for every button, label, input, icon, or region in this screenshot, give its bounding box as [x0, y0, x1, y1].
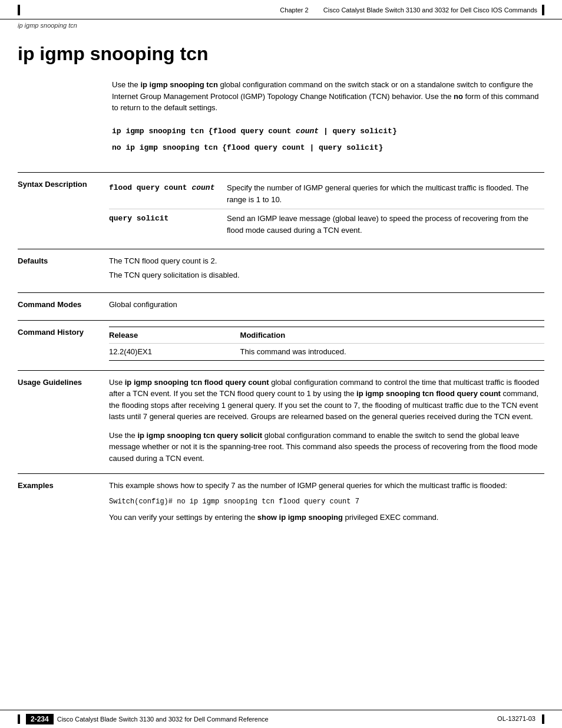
defaults-label: Defaults: [18, 255, 109, 283]
command-modes-content: Global configuration: [109, 299, 544, 311]
history-row-1: 12.2(40)EX1 This command was introduced.: [109, 344, 544, 361]
history-mod-1: This command was introduced.: [240, 344, 544, 361]
command-history-section: Command History Release Modification 12.…: [18, 320, 544, 370]
intro-text1: Use the: [112, 80, 140, 89]
syntax-row-2: query solicit Send an IGMP leave message…: [109, 209, 544, 240]
defaults-content: The TCN flood query count is 2. The TCN …: [109, 255, 544, 283]
usage-guidelines-content: Use ip igmp snooping tcn flood query cou…: [109, 377, 544, 465]
usage-guidelines-section: Usage Guidelines Use ip igmp snooping tc…: [18, 370, 544, 474]
header-right-border: [542, 5, 544, 15]
syntax-commands: ip igmp snooping tcn {flood query count …: [112, 126, 544, 155]
history-release-1: 12.2(40)EX1: [109, 344, 240, 361]
intro-paragraph: Use the ip igmp snooping tcn global conf…: [112, 79, 544, 114]
history-col-modification: Modification: [240, 327, 544, 344]
command-history-label: Command History: [18, 327, 109, 361]
header-right: Chapter 2 Cisco Catalyst Blade Switch 31…: [280, 5, 544, 15]
syntax-table: flood query count count Specify the numb…: [109, 179, 544, 239]
command-modes-section: Command Modes Global configuration: [18, 292, 544, 320]
chapter-info: Chapter 2: [280, 6, 308, 14]
syntax-description-section: Syntax Description flood query count cou…: [18, 172, 544, 249]
syntax-term-2: query solicit: [109, 209, 227, 240]
examples-content: This example shows how to specify 7 as t…: [109, 480, 544, 528]
syntax-line-2: no ip igmp snooping tcn {flood query cou…: [112, 142, 544, 154]
examples-label: Examples: [18, 480, 109, 528]
footer-right-border: [542, 714, 544, 724]
header-left-border: [18, 5, 20, 15]
usage-para-1: Use ip igmp snooping tcn flood query cou…: [109, 377, 544, 423]
examples-text2-after: privileged EXEC command.: [343, 513, 439, 522]
defaults-line-2: The TCN query solicitation is disabled.: [109, 269, 544, 281]
footer-doc-id: OL-13271-03: [497, 715, 535, 722]
syntax-desc-1: Specify the number of IGMP general queri…: [227, 179, 544, 209]
examples-code: Switch(config)# no ip igmp snooping tcn …: [109, 496, 544, 507]
syntax-row-1: flood query count count Specify the numb…: [109, 179, 544, 209]
header-separator: [313, 6, 319, 14]
command-modes-label: Command Modes: [18, 299, 109, 311]
history-col-release: Release: [109, 327, 240, 344]
history-table: Release Modification 12.2(40)EX1 This co…: [109, 327, 544, 361]
history-header-row: Release Modification: [109, 327, 544, 344]
footer-left-border: [18, 714, 20, 724]
intro-bold1: ip igmp snooping tcn: [140, 80, 217, 89]
page-title: ip igmp snooping tcn: [18, 43, 544, 65]
footer-right: OL-13271-03: [497, 714, 544, 724]
defaults-line-1: The TCN flood query count is 2.: [109, 255, 544, 267]
examples-text2: You can verify your settings by entering…: [109, 512, 544, 523]
examples-text2-bold: show ip igmp snooping: [257, 513, 343, 522]
examples-text1: This example shows how to specify 7 as t…: [109, 480, 544, 492]
main-content: ip igmp snooping tcn Use the ip igmp sno…: [0, 31, 562, 549]
intro-section: Use the ip igmp snooping tcn global conf…: [112, 79, 544, 114]
defaults-section: Defaults The TCN flood query count is 2.…: [18, 249, 544, 292]
header-title: Cisco Catalyst Blade Switch 3130 and 303…: [323, 6, 537, 14]
usage-para-2: Use the ip igmp snooping tcn query solic…: [109, 430, 544, 465]
page-header: Chapter 2 Cisco Catalyst Blade Switch 31…: [0, 0, 562, 19]
usage-guidelines-label: Usage Guidelines: [18, 377, 109, 465]
syntax-term-1: flood query count count: [109, 179, 227, 209]
command-modes-text: Global configuration: [109, 299, 544, 311]
footer-left: 2-234 Cisco Catalyst Blade Switch 3130 a…: [18, 714, 269, 724]
syntax-description-label: Syntax Description: [18, 179, 109, 239]
syntax-desc-2: Send an IGMP leave message (global leave…: [227, 209, 544, 240]
command-history-content: Release Modification 12.2(40)EX1 This co…: [109, 327, 544, 361]
examples-text2-before: You can verify your settings by entering…: [109, 513, 257, 522]
page-footer: 2-234 Cisco Catalyst Blade Switch 3130 a…: [0, 710, 562, 728]
examples-section: Examples This example shows how to speci…: [18, 473, 544, 537]
page-number: 2-234: [26, 714, 54, 724]
syntax-line-1: ip igmp snooping tcn {flood query count …: [112, 126, 544, 138]
breadcrumb: ip igmp snooping tcn: [0, 19, 562, 31]
footer-center-text: Cisco Catalyst Blade Switch 3130 and 303…: [57, 716, 269, 723]
intro-bold2: no: [454, 92, 463, 101]
syntax-description-content: flood query count count Specify the numb…: [109, 179, 544, 239]
